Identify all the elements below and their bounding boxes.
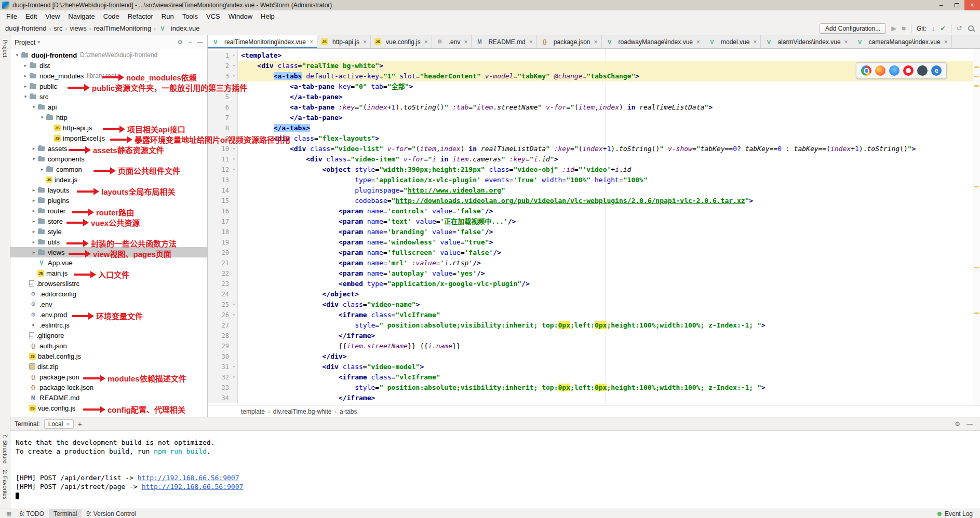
tree-item[interactable]: ⚙.editorconfig [10,289,207,299]
code-line[interactable]: 16 <param name='controls' value='false'/… [208,206,980,216]
code-line[interactable]: 4 <a-tab-pane key="0" tab="全部"> [208,81,980,92]
code-line[interactable]: 15 codebase="http://downloads.videolan.o… [208,196,980,206]
line-number[interactable]: 25 [222,299,231,310]
settings-gear-icon[interactable]: ⚙ [177,38,183,46]
tree-item[interactable]: JSimportExcel.js [10,133,207,143]
close-button[interactable]: × [964,0,980,10]
code-line[interactable]: 23 <embed type="application/x-google-vlc… [208,279,980,289]
menu-vcs[interactable]: VCS [202,10,224,22]
close-icon[interactable]: × [363,38,367,46]
tree-item[interactable]: ▸dist [10,60,207,71]
editor-tab[interactable]: MREADME.md× [472,35,536,48]
tree-item[interactable]: ▾components [10,154,207,164]
close-icon[interactable]: × [844,38,848,46]
chevron-collapsed-icon[interactable]: ▸ [30,219,37,224]
tree-item[interactable]: JSmain.js [10,268,207,278]
minimize-button[interactable]: – [933,0,949,10]
line-number[interactable]: 17 [222,216,231,227]
tree-item[interactable]: VApp.vue [10,257,207,268]
line-number[interactable]: 18 [222,227,231,237]
line-number[interactable]: 29 [222,341,231,351]
menu-help[interactable]: Help [257,10,279,22]
editor-breadcrumb-item[interactable]: div.realTime.bg-white [273,408,332,415]
code-line[interactable]: 11▾ <div class="video-item" v-for="i in … [208,154,980,165]
tool-stripe-favorites[interactable]: 2: Favorites [2,467,8,502]
close-icon[interactable]: × [944,38,948,46]
line-number[interactable]: 19 [222,237,231,248]
code-line[interactable]: 22 <param name='autoplay' value='yes'/> [208,268,980,279]
new-terminal-session-button[interactable]: + [78,420,82,428]
chevron-collapsed-icon[interactable]: ▸ [30,208,37,213]
line-number[interactable]: 13 [222,175,231,185]
line-number[interactable]: 14 [222,185,231,196]
tree-item[interactable]: MREADME.md [10,392,207,403]
code-line[interactable]: 7 </a-tab-pane> [208,113,980,123]
menu-window[interactable]: Window [224,10,257,22]
chevron-expanded-icon[interactable]: ▾ [14,52,21,58]
tree-item[interactable]: ▸layouts [10,185,207,195]
code-line[interactable]: 26▾ <iframe class="vlcIframe" [208,310,980,320]
yandex-browser-icon[interactable] [917,65,928,76]
editor-tab[interactable]: JShttp-api.js× [317,35,371,48]
tree-item[interactable]: ▾src [10,91,207,102]
close-icon[interactable]: × [66,421,69,427]
chevron-collapsed-icon[interactable]: ▸ [22,73,29,78]
safari-browser-icon[interactable] [889,65,900,76]
tree-item[interactable]: dist.zip [10,361,207,372]
line-number[interactable]: 16 [222,206,231,216]
code-line[interactable]: 5 </a-tab-pane> [208,92,980,102]
code-line[interactable]: 31▾ <div class="video-model"> [208,362,980,372]
line-number[interactable]: 30 [222,351,231,362]
code-line[interactable]: 28 </iframe> [208,331,980,341]
menu-edit[interactable]: Edit [21,10,41,22]
git-commit-icon[interactable]: ✔ [940,24,946,32]
code-line[interactable]: 24 </object> [208,289,980,299]
close-icon[interactable]: × [594,38,598,46]
code-line[interactable]: 6 <a-tab-pane :key="(index+1).toString()… [208,102,980,113]
search-icon[interactable] [968,25,975,32]
tree-item[interactable]: ▸router [10,206,207,216]
chevron-expanded-icon[interactable]: ▾ [22,94,29,99]
code-line[interactable]: 30 </div> [208,351,980,362]
close-icon[interactable]: × [753,38,757,46]
terminal-minimize-icon[interactable]: — [966,420,973,428]
line-number[interactable]: 23 [222,279,231,289]
tree-item[interactable]: ▸store [10,216,207,226]
firefox-browser-icon[interactable] [875,65,885,76]
line-number[interactable]: 7 [225,113,231,123]
chevron-collapsed-icon[interactable]: ▸ [38,167,46,172]
close-icon[interactable]: × [529,38,533,46]
code-line[interactable]: 19 <param name='windowless' value="true"… [208,237,980,248]
editor-breadcrumb-item[interactable]: a-tabs [340,408,357,415]
project-panel-title[interactable]: Project [15,38,35,46]
breadcrumb-item[interactable]: duoji-frontend [5,24,47,32]
line-number[interactable]: 26 [222,310,231,320]
status-item-terminal[interactable]: Terminal [49,509,82,518]
chevron-down-icon[interactable]: ▾ [37,39,40,45]
run-icon[interactable]: ▶ [891,24,896,32]
tool-window-switcher-icon[interactable]: ▦ [3,510,15,517]
line-number[interactable]: 31 [222,362,231,372]
line-number[interactable]: 20 [222,248,231,258]
chevron-collapsed-icon[interactable]: ▸ [22,84,29,89]
tree-item[interactable]: JSbabel.config.js [10,351,207,361]
menu-run[interactable]: Run [157,10,178,22]
line-number[interactable]: 15 [222,196,231,206]
line-number[interactable]: 8 [225,123,231,133]
add-configuration-button[interactable]: Add Configuration... [820,23,886,34]
line-number[interactable]: 27 [222,320,231,331]
code-line[interactable]: 20 <param name='fullscreen' value='false… [208,248,980,258]
line-number[interactable]: 10 [222,144,231,154]
chrome-browser-icon[interactable] [861,65,871,76]
editor-tab[interactable]: ⚙.env× [432,35,472,48]
tool-stripe-structure[interactable]: 7: Structure [2,431,8,467]
line-number[interactable]: 1 [225,50,231,61]
tree-item[interactable]: ▸views [10,247,207,257]
editor-tab[interactable]: Vmodel.vue× [704,35,761,48]
tree-item[interactable]: ▸plugins [10,195,207,206]
chevron-expanded-icon[interactable]: ▾ [30,156,37,161]
tree-item[interactable]: ▾http [10,112,207,122]
git-update-icon[interactable]: ↓ [932,24,935,32]
breadcrumb-item[interactable]: views [70,24,87,32]
tree-item[interactable]: {}auth.json [10,340,207,351]
